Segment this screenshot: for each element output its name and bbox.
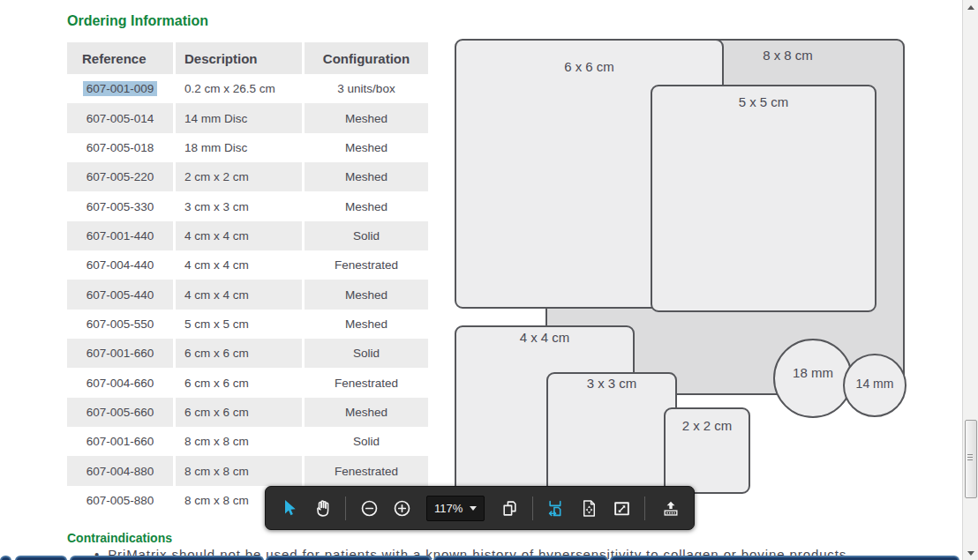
chevron-down-icon	[470, 506, 477, 511]
table-cell: 607-005-018	[67, 133, 173, 162]
table-cell: 607-004-440	[67, 250, 173, 280]
clipped-blue-box	[610, 556, 959, 560]
table-cell: Solid	[305, 221, 428, 250]
pdf-floating-toolbar: 117%	[265, 486, 695, 530]
clipped-blue-box	[70, 556, 264, 560]
table-cell: 607-005-660	[67, 398, 173, 427]
dock-toolbar-button[interactable]	[653, 492, 688, 524]
zoom-out-button[interactable]	[354, 492, 384, 524]
column-header: Reference	[67, 42, 173, 74]
selected-text: 607-001-009	[83, 81, 158, 96]
table-cell: 607-005-880	[67, 486, 173, 515]
diagram-rect-2x2: 2 x 2 cm	[664, 407, 750, 494]
table-cell: Meshed	[305, 103, 428, 132]
diagram-circle-14mm: 14 mm	[843, 354, 907, 417]
plus-circle-icon	[393, 499, 411, 518]
table-cell: 3 cm x 3 cm	[176, 191, 302, 220]
table-cell: 607-005-220	[67, 162, 173, 191]
table-cell: Meshed	[305, 191, 428, 220]
table-cell: Fenestrated	[305, 368, 428, 397]
table-cell: Meshed	[305, 162, 428, 191]
table-cell: Fenestrated	[305, 456, 428, 485]
table-cell: 607-004-660	[67, 368, 173, 397]
table-cell: 607-005-440	[67, 280, 173, 309]
diagram-label: 8 x 8 cm	[724, 48, 852, 63]
table-cell: Meshed	[305, 398, 428, 427]
table-cell: 6 cm x 6 cm	[176, 339, 302, 368]
diagram-label: 2 x 2 cm	[682, 418, 733, 433]
fit-width-button[interactable]	[541, 492, 571, 524]
table-cell: 607-004-880	[67, 456, 173, 485]
ordering-table: ReferenceDescriptionConfiguration 607-00…	[67, 42, 428, 515]
diagram-label: 14 mm	[856, 377, 894, 391]
table-cell: 0.2 cm x 26.5 cm	[176, 74, 302, 103]
table-cell: 8 cm x 8 cm	[176, 456, 302, 485]
toolbar-divider	[345, 497, 346, 520]
table-cell: 607-001-660	[67, 427, 173, 456]
table-cell: 607-001-660	[67, 339, 173, 368]
table-cell: 6 cm x 6 cm	[176, 398, 302, 427]
table-cell: 4 cm x 4 cm	[176, 221, 302, 250]
clipped-blue-box	[15, 556, 67, 560]
diagram-label: 3 x 3 cm	[587, 376, 637, 391]
diagram-label: 5 x 5 cm	[739, 94, 789, 109]
table-cell: 6 cm x 6 cm	[176, 368, 302, 397]
table-cell: 607-005-014	[67, 103, 173, 132]
column-header: Description	[176, 42, 302, 74]
zoom-in-button[interactable]	[387, 492, 417, 524]
scrollbar-grip	[967, 454, 973, 461]
cursor-arrow-icon	[281, 499, 298, 517]
table-header-row: ReferenceDescriptionConfiguration	[67, 42, 428, 74]
zoom-level-dropdown[interactable]: 117%	[426, 496, 485, 521]
diagram-circle-18mm: 18 mm	[773, 339, 853, 418]
hand-tool-button[interactable]	[307, 492, 337, 524]
diagram-label: 18 mm	[793, 365, 833, 380]
table-cell: Meshed	[305, 280, 428, 309]
table-cell: 607-001-009	[67, 74, 173, 103]
table-cell: 5 cm x 5 cm	[176, 310, 302, 339]
pdf-viewer-screen: Ordering Information ReferenceDescriptio…	[0, 0, 978, 560]
vertical-scrollbar[interactable]	[962, 0, 978, 560]
table-cell: 8 cm x 8 cm	[176, 427, 302, 456]
triangle-up-icon	[967, 5, 974, 10]
table-cell: Meshed	[305, 310, 428, 339]
full-screen-button[interactable]	[606, 492, 636, 524]
clipped-blue-box	[266, 556, 432, 560]
scroll-down-button[interactable]	[963, 546, 978, 560]
table-cell: 607-001-440	[67, 221, 173, 250]
table-cell: 607-005-330	[67, 191, 173, 220]
table-cell: 4 cm x 4 cm	[176, 280, 302, 309]
select-tool-button[interactable]	[275, 492, 305, 524]
diagram-rect-3x3: 3 x 3 cm	[546, 372, 677, 504]
pages-icon	[500, 499, 519, 518]
fullscreen-icon	[613, 499, 631, 518]
table-cell: 4 cm x 4 cm	[176, 250, 302, 280]
table-cell: Solid	[305, 339, 428, 368]
diagram-rect-5x5: 5 x 5 cm	[651, 85, 876, 312]
scroll-up-button[interactable]	[963, 0, 978, 14]
page-arrows-icon	[580, 499, 598, 518]
zoom-level-value: 117%	[434, 502, 463, 515]
clipped-blue-box	[433, 556, 608, 560]
table-cell: Meshed	[305, 133, 428, 162]
table-body: 607-001-0090.2 cm x 26.5 cm3 units/box60…	[67, 74, 428, 515]
scrollbar-thumb[interactable]	[965, 420, 977, 498]
clipped-blue-box	[0, 556, 11, 560]
table-cell: 18 mm Disc	[176, 133, 302, 162]
diagram-label: 6 x 6 cm	[564, 59, 614, 74]
table-cell: 14 mm Disc	[176, 103, 302, 132]
table-cell: Solid	[305, 427, 428, 456]
column-header: Configuration	[305, 42, 428, 74]
diagram-label: 4 x 4 cm	[520, 330, 570, 345]
table-cell: 607-005-550	[67, 310, 173, 339]
fit-width-icon	[547, 499, 566, 518]
fit-page-button[interactable]	[574, 492, 604, 524]
page-display-button[interactable]	[494, 492, 524, 524]
table-cell: Fenestrated	[305, 250, 428, 280]
hand-icon	[313, 499, 332, 518]
triangle-down-icon	[967, 551, 974, 556]
table-cell: 2 cm x 2 cm	[176, 162, 302, 191]
toolbar-divider	[532, 497, 533, 520]
toolbar-divider	[644, 497, 645, 520]
dock-up-arrow-icon	[661, 499, 681, 518]
